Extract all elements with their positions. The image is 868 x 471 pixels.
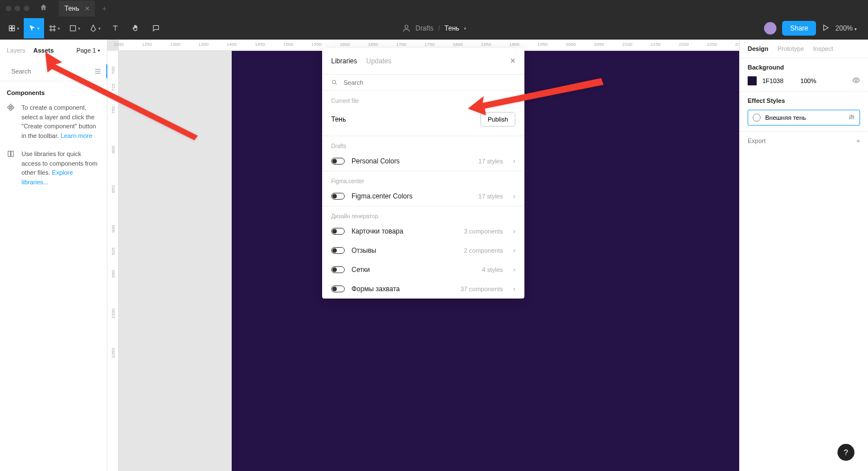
- library-toggle[interactable]: [331, 228, 345, 235]
- svg-point-10: [853, 116, 854, 118]
- library-name: Сетки: [351, 266, 370, 274]
- svg-marker-13: [468, 78, 604, 115]
- library-toggle[interactable]: [331, 266, 345, 273]
- section-drafts: Drafts: [331, 143, 515, 149]
- tab-layers[interactable]: Layers: [7, 47, 25, 54]
- frame-tool[interactable]: ▾: [44, 18, 64, 38]
- library-name: Figma.center Colors: [351, 192, 413, 200]
- add-export-icon[interactable]: +: [857, 137, 860, 144]
- effect-style-item[interactable]: Внешняя тень: [748, 110, 860, 126]
- library-meta: 17 styles: [479, 193, 503, 200]
- svg-rect-0: [9, 25, 11, 28]
- svg-point-11: [332, 80, 336, 84]
- svg-rect-3: [12, 29, 15, 31]
- section-figmacenter: Figma.center: [331, 178, 515, 184]
- book-icon: [7, 150, 16, 187]
- present-icon[interactable]: [822, 24, 830, 33]
- annotation-arrow: [40, 51, 203, 144]
- svg-rect-4: [70, 25, 75, 31]
- tab-design[interactable]: Design: [748, 45, 769, 52]
- library-row[interactable]: Карточки товара3 components›: [322, 222, 524, 241]
- svg-marker-12: [45, 52, 198, 140]
- zoom-control[interactable]: 200%▾: [835, 24, 857, 32]
- library-meta: 3 components: [464, 228, 503, 235]
- shape-tool[interactable]: ▾: [64, 18, 85, 38]
- user-icon: [402, 24, 411, 33]
- background-section: Background 1F1038 100%: [740, 58, 868, 91]
- breadcrumb-file: Тень: [445, 24, 459, 32]
- search-icon: [331, 79, 338, 86]
- chevron-right-icon: ›: [513, 157, 515, 165]
- current-file-name: Тень: [331, 115, 346, 123]
- svg-rect-1: [12, 25, 15, 28]
- effect-icon: [753, 114, 761, 122]
- hand-tool[interactable]: [125, 18, 146, 38]
- move-tool[interactable]: ▾: [24, 18, 44, 38]
- background-row[interactable]: 1F1038 100%: [748, 76, 860, 85]
- file-tab-label: Тень: [64, 5, 79, 12]
- chevron-right-icon: ›: [513, 247, 515, 254]
- min-dot[interactable]: [15, 6, 20, 11]
- breadcrumb[interactable]: Drafts / Тень ▾: [402, 24, 466, 33]
- library-name: Карточки товара: [351, 227, 403, 235]
- window-controls[interactable]: [6, 6, 29, 11]
- color-swatch[interactable]: [748, 76, 757, 85]
- menu-tool[interactable]: ▾: [3, 18, 24, 38]
- color-hex[interactable]: 1F1038: [762, 77, 783, 84]
- library-row[interactable]: Personal Colors 17 styles ›: [322, 152, 524, 171]
- close-tab-icon[interactable]: ×: [85, 4, 89, 13]
- annotation-arrow: [463, 74, 605, 121]
- library-meta: 37 components: [461, 286, 503, 292]
- library-meta: 2 components: [464, 247, 503, 254]
- library-meta: 4 styles: [482, 266, 503, 273]
- chevron-down-icon[interactable]: ▾: [464, 26, 466, 31]
- file-tab[interactable]: Тень ×: [59, 1, 95, 16]
- toolbar: ▾ ▾ ▾ ▾ ▾ Drafts / Тень ▾ Share 200%▾: [0, 17, 868, 40]
- close-dot[interactable]: [6, 6, 11, 11]
- toolbar-right: Share 200%▾: [764, 21, 865, 36]
- library-toggle[interactable]: [331, 193, 345, 200]
- library-toggle[interactable]: [331, 286, 345, 292]
- share-button[interactable]: Share: [782, 21, 816, 36]
- chevron-right-icon: ›: [513, 192, 515, 200]
- chevron-right-icon: ›: [513, 227, 515, 235]
- library-row[interactable]: Figma.center Colors 17 styles ›: [322, 187, 524, 206]
- library-name: Personal Colors: [351, 157, 400, 165]
- svg-point-5: [405, 25, 408, 28]
- tab-prototype[interactable]: Prototype: [778, 45, 804, 52]
- background-label: Background: [748, 64, 860, 71]
- library-name: Формы захвата: [351, 285, 400, 293]
- text-tool[interactable]: [105, 18, 125, 38]
- modal-tab-updates[interactable]: Updates: [366, 57, 392, 65]
- pen-tool[interactable]: ▾: [85, 18, 105, 38]
- avatar[interactable]: [764, 22, 776, 34]
- library-row[interactable]: Формы захвата37 components›: [322, 279, 524, 299]
- visibility-icon[interactable]: [852, 76, 860, 85]
- max-dot[interactable]: [24, 6, 29, 11]
- help-button[interactable]: ?: [837, 444, 854, 461]
- library-row[interactable]: Сетки4 styles›: [322, 260, 524, 279]
- right-panel: Design Prototype Inspect Background 1F10…: [739, 40, 868, 471]
- chevron-right-icon: ›: [513, 285, 515, 293]
- svg-point-7: [855, 79, 857, 81]
- library-row[interactable]: Отзывы2 components›: [322, 241, 524, 260]
- tab-inspect[interactable]: Inspect: [813, 45, 833, 52]
- new-tab-icon[interactable]: +: [102, 4, 106, 13]
- style-settings-icon[interactable]: [848, 114, 855, 122]
- svg-point-8: [849, 118, 850, 119]
- color-opacity[interactable]: 100%: [800, 77, 816, 84]
- modal-header: Libraries Updates ×: [322, 48, 524, 75]
- effect-styles-label: Effect Styles: [748, 97, 860, 104]
- modal-tab-libraries[interactable]: Libraries: [331, 57, 357, 65]
- component-icon: [7, 103, 16, 140]
- library-toggle[interactable]: [331, 158, 345, 165]
- home-icon[interactable]: [40, 3, 47, 14]
- close-icon[interactable]: ×: [510, 56, 515, 66]
- library-meta: 17 styles: [479, 158, 503, 165]
- components-tip-libraries: Use libraries for quick access to compon…: [7, 149, 100, 187]
- export-label: Export: [748, 137, 766, 144]
- comment-tool[interactable]: [146, 18, 166, 38]
- breadcrumb-sep: /: [438, 24, 440, 32]
- chevron-down-icon: ▾: [854, 27, 857, 32]
- library-toggle[interactable]: [331, 247, 345, 254]
